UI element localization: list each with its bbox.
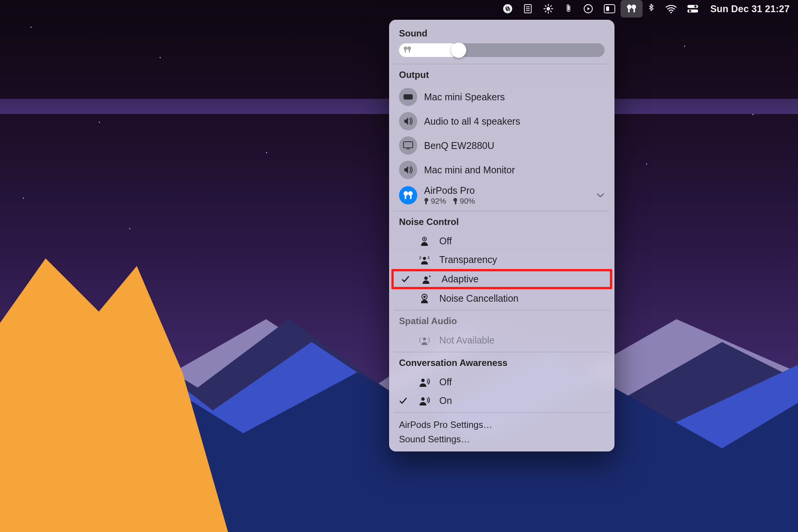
svg-rect-30	[404, 94, 413, 100]
menubar-bluetooth-icon[interactable]	[643, 0, 660, 17]
svg-point-53	[421, 397, 425, 401]
menubar-notes-icon[interactable]	[518, 0, 538, 17]
svg-line-43	[420, 256, 421, 258]
airpods-battery: 92% 90%	[424, 197, 589, 206]
noise-option-transparency[interactable]: Transparency	[389, 250, 614, 269]
svg-line-11	[551, 11, 551, 12]
svg-rect-16	[606, 6, 609, 11]
chevron-down-icon[interactable]	[596, 193, 605, 198]
noise-option-off[interactable]: Off	[389, 232, 614, 250]
output-device-mac-mini-monitor[interactable]: Mac mini and Monitor	[389, 158, 614, 182]
menubar-datetime[interactable]: Sun Dec 31 21:27	[703, 3, 790, 14]
svg-rect-29	[409, 49, 410, 52]
noise-option-adaptive[interactable]: Adaptive	[394, 271, 610, 287]
menubar-control-center-icon[interactable]	[682, 0, 703, 17]
svg-rect-18	[628, 8, 630, 13]
person-waves-icon	[418, 255, 431, 265]
spatial-audio-not-available: Not Available	[389, 331, 614, 350]
svg-rect-40	[455, 201, 456, 204]
svg-rect-20	[633, 8, 635, 13]
person-speak-icon	[418, 377, 431, 387]
svg-point-5	[546, 7, 550, 10]
svg-rect-36	[410, 195, 412, 199]
svg-rect-31	[404, 142, 413, 148]
output-section-title: Output	[389, 66, 614, 85]
svg-point-48	[424, 276, 428, 280]
menubar-stage-manager-icon[interactable]	[598, 0, 621, 17]
svg-point-25	[689, 10, 691, 12]
menubar: Sun Dec 31 21:27	[0, 0, 798, 17]
svg-point-51	[423, 337, 426, 340]
spatial-audio-title: Spatial Audio	[389, 313, 614, 331]
svg-rect-34	[405, 195, 406, 199]
svg-line-45	[420, 258, 421, 259]
conversation-awareness-off[interactable]: Off	[389, 373, 614, 391]
conversation-awareness-on[interactable]: On	[389, 391, 614, 410]
conversation-awareness-title: Conversation Awareness	[389, 355, 614, 373]
svg-point-23	[694, 5, 697, 8]
checkmark-icon	[399, 397, 410, 405]
svg-point-21	[670, 12, 672, 13]
svg-point-52	[421, 378, 425, 382]
noise-option-cancellation[interactable]: Noise Cancellation	[389, 289, 614, 308]
svg-rect-15	[604, 5, 615, 13]
menubar-paperclip-icon[interactable]	[559, 0, 578, 17]
airpods-settings-link[interactable]: AirPods Pro Settings…	[399, 420, 605, 430]
svg-point-47	[423, 257, 426, 260]
checkmark-icon	[401, 276, 412, 283]
sound-settings-link[interactable]: Sound Settings…	[399, 434, 605, 445]
sound-section-title: Sound	[389, 25, 614, 43]
svg-rect-32	[407, 149, 410, 149]
menubar-play-icon[interactable]	[578, 0, 598, 17]
svg-rect-38	[425, 201, 427, 204]
noise-control-title: Noise Control	[389, 214, 614, 232]
person-sparkle-icon	[420, 274, 433, 284]
svg-line-13	[551, 6, 551, 6]
person-icon	[418, 236, 431, 246]
airpods-selected-icon	[399, 186, 417, 204]
menubar-shazam-icon[interactable]	[497, 0, 518, 17]
person-circle-icon	[418, 294, 431, 304]
airpods-slider-icon	[403, 46, 412, 54]
svg-point-42	[424, 238, 425, 240]
volume-slider[interactable]	[399, 43, 605, 57]
svg-rect-27	[405, 49, 406, 52]
output-device-mac-mini-speakers[interactable]: Mac mini Speakers	[389, 85, 614, 109]
sound-popover: Sound Output Mac mini Speakers Audio to …	[389, 20, 614, 451]
svg-line-46	[428, 258, 429, 259]
adaptive-highlight-annotation: Adaptive	[391, 269, 612, 289]
menubar-airpods-icon[interactable]	[621, 0, 643, 17]
svg-line-44	[428, 256, 429, 258]
svg-point-0	[503, 4, 512, 13]
svg-line-12	[545, 11, 546, 12]
menubar-wifi-icon[interactable]	[660, 0, 682, 17]
output-device-all-speakers[interactable]: Audio to all 4 speakers	[389, 109, 614, 133]
svg-line-10	[545, 6, 546, 6]
menubar-brightness-icon[interactable]	[538, 0, 559, 17]
airpod-right-icon	[453, 198, 458, 205]
svg-point-50	[423, 296, 426, 298]
volume-slider-thumb[interactable]	[451, 43, 466, 58]
output-device-benq[interactable]: BenQ EW2880U	[389, 133, 614, 158]
spatial-icon	[418, 336, 431, 345]
airpod-left-icon	[424, 198, 429, 205]
output-device-airpods-pro[interactable]: AirPods Pro 92% 90%	[389, 182, 614, 209]
person-speak-icon	[418, 396, 431, 406]
